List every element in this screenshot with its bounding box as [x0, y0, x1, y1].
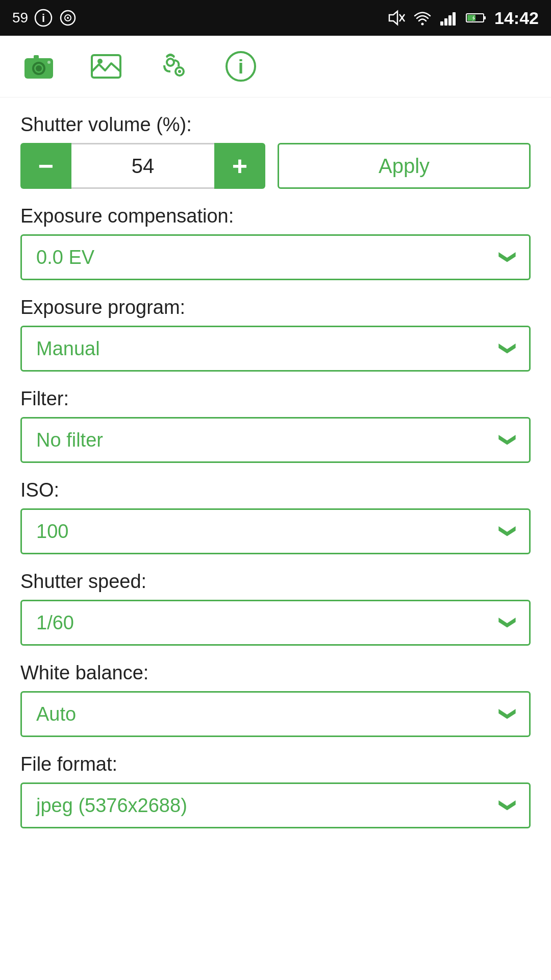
shutter-speed-value: 1/60 — [36, 612, 74, 634]
shutter-volume-row: − 54 + Apply — [20, 143, 531, 189]
file-format-value: jpeg (5376x2688) — [36, 795, 187, 817]
exposure-comp-label: Exposure compensation: — [20, 205, 531, 227]
svg-rect-14 — [484, 16, 486, 19]
svg-text:i: i — [42, 12, 45, 24]
svg-point-23 — [97, 59, 103, 64]
exposure-comp-value: 0.0 EV — [36, 247, 94, 268]
iso-dropdown[interactable]: 100 ❯ — [20, 508, 531, 554]
file-format-dropdown[interactable]: jpeg (5376x2688) ❯ — [20, 782, 531, 828]
svg-rect-10 — [444, 18, 447, 26]
chevron-down-icon-2: ❯ — [498, 342, 518, 356]
chevron-down-icon-6: ❯ — [498, 707, 518, 721]
wifi-icon — [413, 8, 432, 28]
shutter-volume-section: Shutter volume (%): − 54 + Apply — [20, 114, 531, 189]
status-bar-right: 14:42 — [386, 8, 539, 28]
white-balance-section: White balance: Auto ❯ — [20, 662, 531, 737]
filter-value: No filter — [36, 429, 103, 451]
exposure-program-section: Exposure program: Manual ❯ — [20, 297, 531, 372]
chevron-down-icon-3: ❯ — [498, 433, 518, 447]
status-bar: 59 i — [0, 0, 551, 36]
shutter-speed-label: Shutter speed: — [20, 571, 531, 593]
svg-point-26 — [178, 70, 181, 73]
increment-button[interactable]: + — [214, 143, 265, 189]
nav-info[interactable]: i — [222, 48, 259, 85]
top-nav: i — [0, 36, 551, 97]
white-balance-dropdown[interactable]: Auto ❯ — [20, 691, 531, 737]
shutter-volume-label: Shutter volume (%): — [20, 114, 531, 136]
exposure-comp-dropdown[interactable]: 0.0 EV ❯ — [20, 234, 531, 280]
exposure-program-dropdown[interactable]: Manual ❯ — [20, 326, 531, 372]
svg-marker-5 — [389, 11, 397, 24]
svg-point-8 — [421, 23, 424, 26]
nav-camera[interactable] — [20, 48, 57, 85]
white-balance-label: White balance: — [20, 662, 531, 684]
svg-rect-20 — [34, 55, 39, 59]
shutter-speed-section: Shutter speed: 1/60 ❯ — [20, 571, 531, 646]
chevron-down-icon-5: ❯ — [498, 616, 518, 630]
stepper-value: 54 — [71, 143, 214, 189]
exposure-program-label: Exposure program: — [20, 297, 531, 318]
exposure-program-value: Manual — [36, 338, 100, 360]
svg-rect-12 — [453, 12, 456, 26]
iso-value: 100 — [36, 521, 68, 543]
nav-gallery[interactable] — [88, 48, 124, 85]
svg-text:i: i — [238, 56, 244, 78]
exposure-comp-section: Exposure compensation: 0.0 EV ❯ — [20, 205, 531, 280]
iso-section: ISO: 100 ❯ — [20, 479, 531, 554]
decrement-button[interactable]: − — [20, 143, 71, 189]
mute-icon — [386, 8, 406, 28]
svg-point-21 — [47, 61, 51, 64]
chevron-down-icon: ❯ — [498, 251, 518, 264]
iso-label: ISO: — [20, 479, 531, 501]
shutter-speed-dropdown[interactable]: 1/60 ❯ — [20, 600, 531, 646]
svg-point-24 — [167, 59, 174, 66]
stepper-control: − 54 + — [20, 143, 265, 189]
svg-rect-9 — [440, 21, 443, 26]
svg-rect-11 — [448, 15, 452, 26]
filter-section: Filter: No filter ❯ — [20, 388, 531, 463]
status-number: 59 — [12, 10, 28, 26]
chevron-down-icon-4: ❯ — [498, 525, 518, 538]
status-bar-left: 59 i — [12, 9, 77, 27]
signal-icon — [439, 8, 459, 28]
svg-point-19 — [36, 65, 42, 71]
nav-settings[interactable] — [155, 48, 192, 85]
file-format-section: File format: jpeg (5376x2688) ❯ — [20, 753, 531, 828]
filter-dropdown[interactable]: No filter ❯ — [20, 417, 531, 463]
apply-button[interactable]: Apply — [278, 143, 531, 189]
battery-status-icon — [466, 12, 487, 23]
file-format-label: File format: — [20, 753, 531, 775]
timer-status-icon — [59, 9, 77, 27]
filter-label: Filter: — [20, 388, 531, 410]
svg-point-4 — [67, 17, 69, 19]
main-content: Shutter volume (%): − 54 + Apply Exposur… — [0, 97, 551, 845]
info-status-icon: i — [34, 9, 53, 27]
chevron-down-icon-7: ❯ — [498, 799, 518, 813]
status-time: 14:42 — [494, 8, 539, 28]
white-balance-value: Auto — [36, 703, 76, 725]
